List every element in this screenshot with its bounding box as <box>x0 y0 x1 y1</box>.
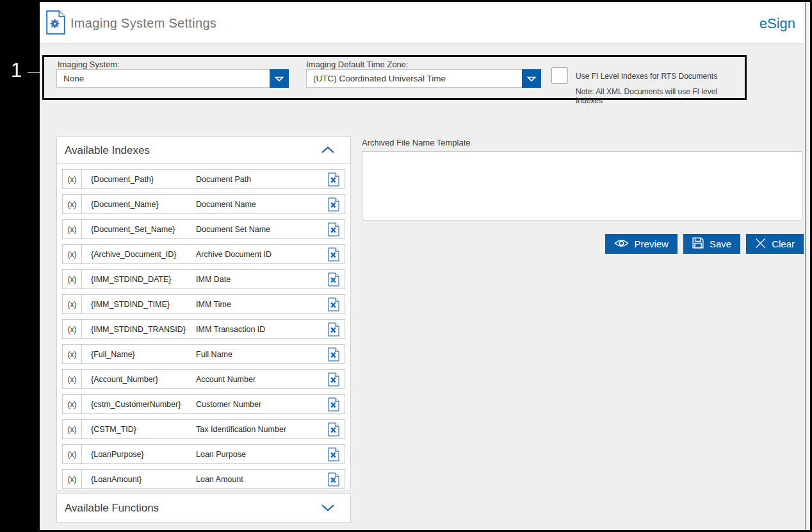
index-prefix: (x) <box>63 270 82 288</box>
time-zone-label: Imaging Default Time Zone: <box>306 60 409 69</box>
available-indexes-panel: Available Indexes (x) {Document_Path} Do… <box>56 137 351 490</box>
available-functions-header[interactable]: Available Functions <box>57 494 350 522</box>
fi-level-indexes-label: Use FI Level Indexes for RTS Documents <box>576 72 717 81</box>
time-zone-value: (UTC) Coordinated Universal Time <box>307 74 522 83</box>
index-name: Tax Identification Number <box>196 425 328 434</box>
fi-level-indexes-checkbox[interactable] <box>551 67 568 84</box>
index-row: (x) {Document_Path} Document Path <box>62 169 345 189</box>
index-name: Customer Number <box>196 400 328 409</box>
available-indexes-title: Available Indexes <box>65 144 321 157</box>
imaging-settings-window: Imaging System Settings eSign Imaging Sy… <box>40 2 810 530</box>
time-zone-select[interactable]: (UTC) Coordinated Universal Time <box>306 69 541 88</box>
index-token: {Full_Name} <box>82 350 196 359</box>
imaging-system-value: None <box>57 74 270 83</box>
insert-index-document-icon[interactable] <box>328 272 339 287</box>
eye-icon <box>614 238 629 250</box>
index-token: {LoanPurpose} <box>82 450 196 459</box>
save-button[interactable]: Save <box>683 234 740 254</box>
index-row-list: (x) {Document_Path} Document Path (x) {D… <box>57 164 350 494</box>
index-name: Document Path <box>196 175 328 184</box>
index-name: Loan Amount <box>196 475 328 484</box>
index-row: (x) {cstm_CustomerNumber} Customer Numbe… <box>62 394 345 414</box>
brand-esign: eSign <box>759 15 795 32</box>
available-functions-panel: Available Functions <box>56 494 351 523</box>
insert-index-document-icon[interactable] <box>328 347 339 362</box>
index-row: (x) {Archive_Document_ID} Archive Docume… <box>62 244 345 264</box>
index-prefix: (x) <box>63 195 82 213</box>
index-token: {LoanAmount} <box>82 475 196 484</box>
index-name: Full Name <box>196 350 328 359</box>
index-name: Document Name <box>196 200 328 209</box>
insert-index-document-icon[interactable] <box>328 447 339 461</box>
index-row: (x) {LoanPurpose} Loan Purpose <box>62 444 345 464</box>
index-prefix: (x) <box>63 220 82 238</box>
index-token: {CSTM_TID} <box>82 425 196 434</box>
document-gear-icon <box>46 10 65 37</box>
archived-template-label: Archived File Name Template <box>362 138 471 147</box>
index-row: (x) {Account_Number} Account Number <box>62 369 345 389</box>
chevron-down-icon <box>274 73 284 85</box>
fi-level-indexes-note: Note: All XML Documents will use FI leve… <box>576 87 745 105</box>
index-token: {cstm_CustomerNumber} <box>82 400 196 409</box>
x-icon <box>755 238 766 251</box>
index-prefix: (x) <box>63 345 82 363</box>
index-row: (x) {IMM_STDIND_TRANSID} IMM Transaction… <box>62 319 345 339</box>
preview-button[interactable]: Preview <box>605 234 678 254</box>
imaging-system-label: Imaging System: <box>58 60 120 69</box>
index-token: {Account_Number} <box>82 375 196 384</box>
index-row: (x) {Document_Set_Name} Document Set Nam… <box>62 219 345 239</box>
available-functions-title: Available Functions <box>65 502 321 515</box>
index-token: {Document_Path} <box>82 175 196 184</box>
insert-index-document-icon[interactable] <box>328 197 339 212</box>
chevron-up-icon[interactable] <box>321 145 335 156</box>
index-row: (x) {LoanAmount} Loan Amount <box>62 469 345 489</box>
page-title: Imaging System Settings <box>70 16 216 31</box>
index-row: (x) {Full_Name} Full Name <box>62 344 345 364</box>
index-name: IMM Transaction ID <box>196 325 328 334</box>
window-edge-scroll-strip[interactable] <box>805 2 810 530</box>
index-name: IMM Time <box>196 300 328 309</box>
annotation-marker-1: 1 <box>11 59 22 82</box>
save-button-label: Save <box>710 238 731 249</box>
insert-index-document-icon[interactable] <box>328 222 339 237</box>
index-prefix: (x) <box>63 295 82 313</box>
index-row: (x) {IMM_STDIND_DATE} IMM Date <box>62 269 345 289</box>
insert-index-document-icon[interactable] <box>328 322 339 337</box>
clear-button[interactable]: Clear <box>746 234 804 254</box>
chevron-down-icon <box>526 73 537 85</box>
imaging-system-dropdown-button[interactable] <box>270 69 289 88</box>
index-token: {IMM_STDIND_DATE} <box>82 275 196 284</box>
index-token: {Document_Name} <box>82 200 196 209</box>
insert-index-document-icon[interactable] <box>328 247 339 262</box>
index-row: (x) {IMM_STDIND_TIME} IMM Time <box>62 294 345 314</box>
available-indexes-header[interactable]: Available Indexes <box>57 137 350 164</box>
time-zone-dropdown-button[interactable] <box>522 69 541 88</box>
index-prefix: (x) <box>63 320 82 338</box>
index-name: Loan Purpose <box>196 450 328 459</box>
insert-index-document-icon[interactable] <box>328 297 339 312</box>
index-name: IMM Date <box>196 275 328 284</box>
imaging-system-select[interactable]: None <box>56 69 289 88</box>
chevron-down-icon[interactable] <box>321 503 335 514</box>
index-prefix: (x) <box>63 370 82 388</box>
index-row: (x) {Document_Name} Document Name <box>62 194 345 214</box>
insert-index-document-icon[interactable] <box>328 422 339 436</box>
insert-index-document-icon[interactable] <box>328 372 339 387</box>
index-prefix: (x) <box>63 170 82 188</box>
index-prefix: (x) <box>63 445 82 463</box>
index-token: {Archive_Document_ID} <box>82 250 196 259</box>
index-row: (x) {CSTM_TID} Tax Identification Number <box>62 419 345 439</box>
preview-button-label: Preview <box>635 238 669 249</box>
insert-index-document-icon[interactable] <box>328 397 339 411</box>
index-token: {IMM_STDIND_TIME} <box>82 300 196 309</box>
template-action-buttons: Preview Save Clear <box>605 234 804 254</box>
index-name: Account Number <box>196 375 328 384</box>
index-name: Document Set Name <box>196 225 328 234</box>
index-token: {Document_Set_Name} <box>82 225 196 234</box>
insert-index-document-icon[interactable] <box>328 472 339 486</box>
archived-template-input[interactable] <box>362 151 802 220</box>
insert-index-document-icon[interactable] <box>328 172 339 187</box>
index-prefix: (x) <box>63 395 82 413</box>
index-token: {IMM_STDIND_TRANSID} <box>82 325 196 334</box>
floppy-disk-icon <box>692 237 704 251</box>
